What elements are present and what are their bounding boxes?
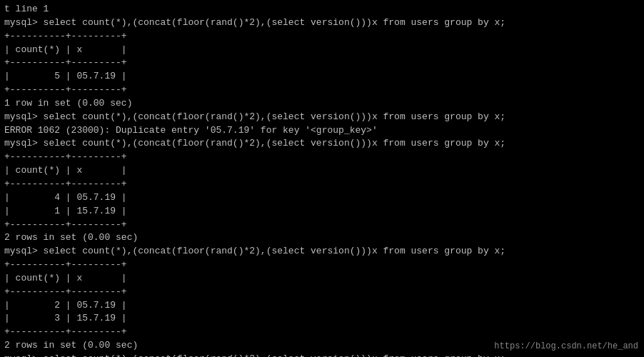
terminal-line: +----------+---------+ <box>4 56 640 70</box>
terminal-line: | 2 | 05.7.19 | <box>4 299 640 313</box>
terminal-line: +----------+---------+ <box>4 84 640 97</box>
terminal-line: mysql> select count(*),(concat(floor(ran… <box>4 353 640 357</box>
watermark: https://blog.csdn.net/he_and <box>494 341 638 351</box>
terminal-line: mysql> select count(*),(concat(floor(ran… <box>4 245 640 258</box>
terminal-line: +----------+---------+ <box>4 326 640 339</box>
terminal-line: t line 1 <box>4 3 640 16</box>
terminal-line: | 3 | 15.7.19 | <box>4 312 640 326</box>
terminal-line: +----------+---------+ <box>4 30 640 44</box>
terminal-line: | count(*) | x | <box>4 44 640 57</box>
terminal-line: ERROR 1062 (23000): Duplicate entry '05.… <box>4 124 640 138</box>
terminal-line: +----------+---------+ <box>4 218 640 232</box>
terminal-line: | 1 | 15.7.19 | <box>4 205 640 218</box>
terminal-line: | count(*) | x | <box>4 272 640 286</box>
terminal-window: t line 1mysql> select count(*),(concat(f… <box>0 0 644 357</box>
terminal-line: mysql> select count(*),(concat(floor(ran… <box>4 137 640 151</box>
terminal-line: | 4 | 05.7.19 | <box>4 191 640 205</box>
terminal-line: 2 rows in set (0.00 sec) <box>4 231 640 245</box>
terminal-line: +----------+---------+ <box>4 286 640 299</box>
terminal-line: mysql> select count(*),(concat(floor(ran… <box>4 16 640 30</box>
terminal-line: +----------+---------+ <box>4 258 640 272</box>
terminal-line: +----------+---------+ <box>4 178 640 191</box>
terminal-line: +----------+---------+ <box>4 151 640 164</box>
terminal-line: | count(*) | x | <box>4 164 640 178</box>
terminal-line: 1 row in set (0.00 sec) <box>4 97 640 111</box>
terminal-line: mysql> select count(*),(concat(floor(ran… <box>4 111 640 124</box>
terminal-line: | 5 | 05.7.19 | <box>4 70 640 84</box>
